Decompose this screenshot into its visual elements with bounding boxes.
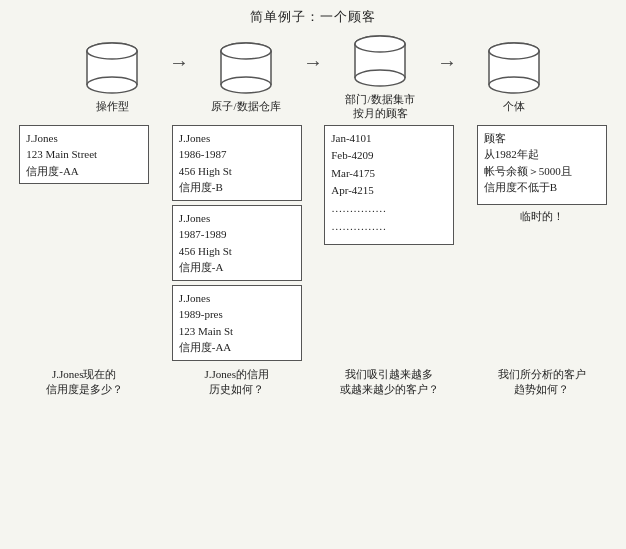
arrow-1: → [169, 52, 189, 72]
card-2-2-line2: 1987-1989 [179, 226, 295, 243]
card-dates-line3: Mar-4175 [331, 165, 447, 183]
cards-area: J.Jones 123 Main Street 信用度-AA J.Jones 1… [10, 125, 616, 361]
svg-point-22 [489, 77, 539, 93]
card-2-1-line3: 456 High St [179, 163, 295, 180]
card-1-1-line3: 信用度-AA [26, 163, 142, 180]
card-2-2-line4: 信用度-A [179, 259, 295, 276]
card-dates-line4: Apr-4215 [331, 182, 447, 200]
svg-point-5 [87, 43, 137, 59]
svg-point-17 [355, 36, 405, 52]
card-col-1: J.Jones 123 Main Street 信用度-AA [19, 125, 149, 361]
card-query-line3: 帐号余额＞5000且 [484, 163, 600, 180]
card-2-3-line2: 1989-pres [179, 306, 295, 323]
cylinder-1 [81, 41, 143, 95]
card-2-3-line1: J.Jones [179, 290, 295, 307]
temp-label: 临时的！ [477, 209, 607, 224]
card-query-line4: 信用度不低于B [484, 179, 600, 196]
cylinder-2-label: 原子/数据仓库 [211, 99, 280, 113]
cylinder-3 [349, 34, 411, 88]
card-dates: Jan-4101 Feb-4209 Mar-4175 Apr-4215 …………… [324, 125, 454, 245]
card-2-3-line3: 123 Main St [179, 323, 295, 340]
card-2-1-line4: 信用度-B [179, 179, 295, 196]
card-1-1-line2: 123 Main Street [26, 146, 142, 163]
arrow-3: → [437, 52, 457, 72]
svg-point-11 [221, 43, 271, 59]
card-query-line1: 顾客 [484, 130, 600, 147]
arrow-2: → [303, 52, 323, 72]
card-2-1-line2: 1986-1987 [179, 146, 295, 163]
bottom-label-1: J.Jones现在的 信用度是多少？ [19, 367, 149, 398]
svg-point-4 [87, 77, 137, 93]
card-dates-line5: …………… [331, 200, 447, 218]
cylinder-2 [215, 41, 277, 95]
card-query: 顾客 从1982年起 帐号余额＞5000且 信用度不低于B [477, 125, 607, 205]
card-query-line2: 从1982年起 [484, 146, 600, 163]
bottom-label-3: 我们吸引越来越多 或越来越少的客户？ [324, 367, 454, 398]
svg-point-16 [355, 70, 405, 86]
card-2-3: J.Jones 1989-pres 123 Main St 信用度-AA [172, 285, 302, 361]
bottom-label-4: 我们所分析的客户 趋势如何？ [477, 367, 607, 398]
cylinder-group-1: 操作型 [57, 41, 167, 113]
card-col-4: 顾客 从1982年起 帐号余额＞5000且 信用度不低于B 临时的！ [477, 125, 607, 361]
card-dates-line2: Feb-4209 [331, 147, 447, 165]
cylinder-group-3: 部门/数据集市 按月的顾客 [325, 34, 435, 121]
card-2-2-line3: 456 High St [179, 243, 295, 260]
page-title: 简单例子：一个顾客 [10, 8, 616, 26]
card-1-1: J.Jones 123 Main Street 信用度-AA [19, 125, 149, 185]
bottom-labels: J.Jones现在的 信用度是多少？ J.Jones的信用 历史如何？ 我们吸引… [10, 367, 616, 398]
card-col-2: J.Jones 1986-1987 456 High St 信用度-B J.Jo… [172, 125, 302, 361]
card-2-3-line4: 信用度-AA [179, 339, 295, 356]
card-dates-line6: …………… [331, 218, 447, 236]
cylinder-1-label: 操作型 [96, 99, 129, 113]
cylinder-4-label: 个体 [503, 99, 525, 113]
svg-point-23 [489, 43, 539, 59]
card-2-2: J.Jones 1987-1989 456 High St 信用度-A [172, 205, 302, 281]
cylinder-3-label: 部门/数据集市 按月的顾客 [345, 92, 414, 121]
cylinder-group-4: 个体 [459, 41, 569, 113]
card-2-1-line1: J.Jones [179, 130, 295, 147]
card-1-1-line1: J.Jones [26, 130, 142, 147]
card-dates-line1: Jan-4101 [331, 130, 447, 148]
diagram-row: 操作型 → 原子/数据仓库 → [10, 34, 616, 121]
bottom-label-2: J.Jones的信用 历史如何？ [172, 367, 302, 398]
card-col-3: Jan-4101 Feb-4209 Mar-4175 Apr-4215 …………… [324, 125, 454, 361]
card-2-1: J.Jones 1986-1987 456 High St 信用度-B [172, 125, 302, 201]
cylinder-group-2: 原子/数据仓库 [191, 41, 301, 113]
main-page: 简单例子：一个顾客 操作型 → [0, 0, 626, 549]
svg-point-10 [221, 77, 271, 93]
card-2-2-line1: J.Jones [179, 210, 295, 227]
cylinder-4 [483, 41, 545, 95]
